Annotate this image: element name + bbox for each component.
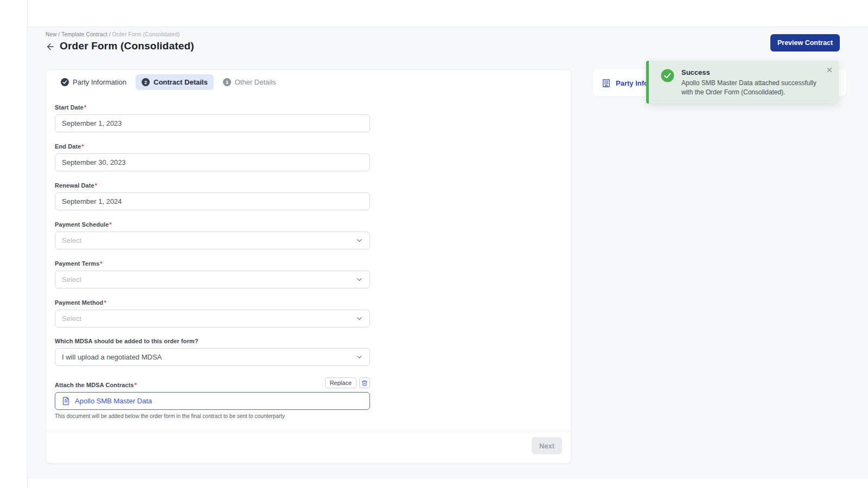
start-date-input[interactable]	[55, 114, 370, 132]
required-asterisk: *	[81, 143, 84, 150]
preview-contract-button[interactable]: Preview Contract	[770, 34, 840, 52]
tab-contract-details[interactable]: 2 Contract Details	[136, 74, 214, 90]
success-toast: Success Apollo SMB Master Data attached …	[646, 61, 839, 104]
field-label: Payment Terms*	[55, 260, 370, 267]
field-payment-terms: Payment Terms*	[55, 260, 370, 288]
field-label: End Date*	[55, 143, 370, 150]
field-payment-schedule: Payment Schedule*	[55, 221, 370, 249]
helper-text: This document will be added below the or…	[55, 413, 370, 419]
breadcrumb-current: Order Form (Consolidated)	[112, 31, 180, 37]
field-label: Payment Schedule*	[55, 221, 370, 228]
toast-title: Success	[681, 68, 710, 76]
document-icon	[62, 396, 70, 406]
breadcrumb-path: New / Template Contract /	[46, 31, 112, 37]
field-label: Renewal Date*	[55, 182, 370, 189]
back-arrow-icon[interactable]	[46, 42, 55, 52]
step-number-badge: 2	[142, 78, 150, 86]
end-date-input[interactable]	[55, 153, 370, 171]
trash-icon	[361, 380, 368, 387]
tab-label: Party Information	[73, 78, 126, 86]
field-end-date: End Date*	[55, 143, 370, 171]
required-asterisk: *	[109, 221, 111, 228]
payment-method-select[interactable]	[55, 310, 370, 328]
tab-other-details[interactable]: 3 Other Details	[217, 74, 282, 90]
toast-message: Apollo SMB Master Data attached successf…	[681, 79, 825, 97]
required-asterisk: *	[84, 104, 86, 111]
replace-button[interactable]: Replace	[325, 377, 356, 388]
tab-party-information[interactable]: Party Information	[55, 74, 132, 90]
field-mdsa-choice: Which MDSA should be added to this order…	[55, 338, 370, 366]
field-label: Start Date*	[55, 104, 370, 111]
renewal-date-input[interactable]	[55, 192, 370, 210]
step-tabs: Party Information 2 Contract Details 3 O…	[55, 74, 282, 90]
field-label: Payment Method*	[55, 299, 370, 306]
step-number-badge: 3	[223, 78, 231, 86]
attached-document-chip[interactable]: Apollo SMB Master Data	[55, 392, 370, 410]
field-renewal-date: Renewal Date*	[55, 182, 370, 210]
required-asterisk: *	[104, 299, 106, 306]
check-circle-icon	[61, 78, 69, 86]
field-attach-mdsa: Attach the MDSA Contracts* Replace	[55, 377, 370, 419]
content-bottom-strip	[28, 479, 868, 488]
building-icon	[602, 79, 611, 88]
tab-label: Contract Details	[154, 78, 208, 86]
field-label: Which MDSA should be added to this order…	[55, 338, 370, 344]
mdsa-choice-select[interactable]	[55, 348, 370, 366]
top-header	[28, 0, 868, 27]
payment-terms-select[interactable]	[55, 271, 370, 288]
field-payment-method: Payment Method*	[55, 299, 370, 328]
contract-form-card: Party Information 2 Contract Details 3 O…	[46, 69, 571, 464]
tab-label: Other Details	[235, 78, 276, 86]
required-asterisk: *	[95, 182, 97, 189]
breadcrumb[interactable]: New / Template Contract / Order Form (Co…	[46, 31, 180, 37]
payment-schedule-select[interactable]	[55, 232, 370, 249]
footer-divider	[46, 431, 571, 431]
attached-document-name: Apollo SMB Master Data	[75, 397, 152, 405]
required-asterisk: *	[100, 260, 102, 267]
next-button[interactable]: Next	[532, 437, 562, 454]
field-start-date: Start Date*	[55, 104, 370, 132]
field-label: Attach the MDSA Contracts*	[55, 382, 137, 388]
close-icon[interactable]	[826, 66, 833, 74]
success-check-icon	[661, 69, 674, 82]
sidebar	[0, 0, 28, 488]
page-title: Order Form (Consolidated)	[60, 40, 194, 52]
delete-attachment-button[interactable]	[359, 377, 370, 388]
required-asterisk: *	[135, 382, 137, 388]
